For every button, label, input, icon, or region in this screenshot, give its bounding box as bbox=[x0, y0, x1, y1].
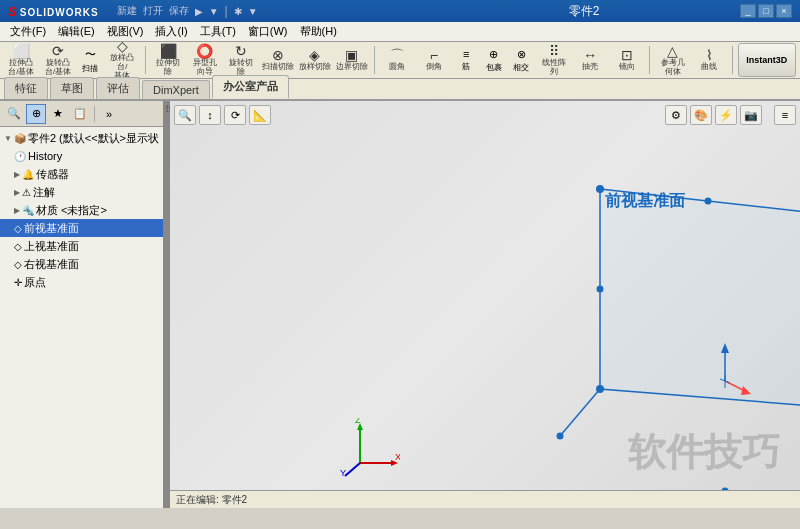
wrap-button[interactable]: ⊕ 包裹 bbox=[481, 44, 507, 76]
revolve-cut-button[interactable]: ↻ 旋转切除 bbox=[224, 44, 259, 76]
shell-button[interactable]: ⊡ 镜向 bbox=[610, 44, 645, 76]
menu-tools[interactable]: 工具(T) bbox=[194, 22, 242, 41]
status-text: 正在编辑: 零件2 bbox=[176, 493, 247, 507]
material-icon: 🔩 bbox=[22, 205, 34, 216]
menu-window[interactable]: 窗口(W) bbox=[242, 22, 294, 41]
fillet-button[interactable]: ⌒ 圆角 bbox=[380, 44, 415, 76]
tree-item-material[interactable]: ▶ 🔩 材质 <未指定> bbox=[0, 201, 163, 219]
extrude-boss-button[interactable]: ⬜ 拉伸凸台/基体 bbox=[4, 44, 39, 76]
svg-marker-0 bbox=[600, 189, 800, 409]
filter-button[interactable]: 🔍 bbox=[4, 104, 24, 124]
loft-cut-button[interactable]: ◈ 放样切除 bbox=[298, 44, 333, 76]
menu-file[interactable]: 文件(F) bbox=[4, 22, 52, 41]
tab-sketch[interactable]: 草图 bbox=[50, 77, 94, 99]
right-plane-icon: ◇ bbox=[14, 259, 22, 270]
titlebar: S SOLIDWORKS 新建 打开 保存 ▶ ▼ | ✱ ▼ 零件2 _ □ … bbox=[0, 0, 800, 22]
menu-edit[interactable]: 编辑(E) bbox=[52, 22, 101, 41]
chamfer-icon: ⌐ bbox=[430, 48, 438, 62]
swept-boss-icon: 〜 bbox=[85, 47, 96, 62]
svg-text:Y: Y bbox=[340, 468, 346, 478]
sidebar-expand-button[interactable]: » bbox=[99, 104, 119, 124]
tab-office[interactable]: 办公室产品 bbox=[212, 75, 289, 99]
sidebar: 🔍 ⊕ ★ 📋 » ▼ 📦 零件2 (默认<<默认>显示状 🕐 History bbox=[0, 101, 165, 508]
tab-evaluate[interactable]: 评估 bbox=[96, 77, 140, 99]
mirror-icon: ↔ bbox=[583, 48, 597, 62]
rib-button[interactable]: ≡ 筋 bbox=[453, 44, 479, 76]
revolve-boss-icon: ⟳ bbox=[52, 44, 64, 58]
close-button[interactable]: × bbox=[776, 4, 792, 18]
top-plane-icon: ◇ bbox=[14, 241, 22, 252]
window-title: 零件2 bbox=[428, 3, 740, 20]
ref-geometry-button[interactable]: △ 参考几何体 bbox=[655, 44, 690, 76]
sidebar-icon-1[interactable]: ⊕ bbox=[26, 104, 46, 124]
origin-icon: ✛ bbox=[14, 277, 22, 288]
svg-point-6 bbox=[705, 198, 712, 205]
app-logo: S SOLIDWORKS bbox=[8, 4, 99, 19]
boundary-cut-icon: ▣ bbox=[345, 48, 358, 62]
tree-item-top-plane[interactable]: ◇ 上视基准面 bbox=[0, 237, 163, 255]
loft-boss-button[interactable]: ◇ 放样凸台/基体 bbox=[105, 44, 140, 76]
svg-line-9 bbox=[560, 389, 600, 436]
rib-icon: ≡ bbox=[463, 48, 469, 60]
svg-line-25 bbox=[345, 463, 360, 476]
svg-point-5 bbox=[597, 286, 604, 293]
tree-item-history[interactable]: 🕐 History bbox=[0, 147, 163, 165]
hole-wizard-button[interactable]: ⭕ 异型孔向导 bbox=[187, 44, 222, 76]
tree-item-right-plane[interactable]: ◇ 右视基准面 bbox=[0, 255, 163, 273]
tab-feature[interactable]: 特征 bbox=[4, 77, 48, 99]
feature-tabs: 特征 草图 评估 DimXpert 办公室产品 bbox=[0, 79, 800, 101]
wrap-icon: ⊕ bbox=[489, 48, 498, 61]
sensors-icon: 🔔 bbox=[22, 169, 34, 180]
sidebar-icon-2[interactable]: ★ bbox=[48, 104, 68, 124]
front-plane-icon: ◇ bbox=[14, 223, 22, 234]
revolve-boss-button[interactable]: ⟳ 旋转凸台/基体 bbox=[41, 44, 76, 76]
curves-button[interactable]: ⌇ 曲线 bbox=[692, 44, 727, 76]
svg-point-1 bbox=[596, 185, 604, 193]
toolbar-separator-1 bbox=[145, 46, 146, 74]
menu-help[interactable]: 帮助(H) bbox=[294, 22, 343, 41]
linear-pattern-button[interactable]: ⠿ 线性阵列 bbox=[536, 44, 571, 76]
toolbar-separator-2 bbox=[374, 46, 375, 74]
loft-boss-icon: ◇ bbox=[117, 39, 128, 53]
tree-item-annotations[interactable]: ▶ ⚠ 注解 bbox=[0, 183, 163, 201]
extrude-cut-icon: ⬛ bbox=[160, 44, 177, 58]
instant3d-button[interactable]: Instant3D bbox=[738, 43, 796, 77]
toolbars: ⬜ 拉伸凸台/基体 ⟳ 旋转凸台/基体 〜 扫描 ◇ 放样凸台/基体 ⬛ 拉伸切… bbox=[0, 42, 800, 79]
hole-wizard-icon: ⭕ bbox=[196, 44, 213, 58]
swept-cut-icon: ⊗ bbox=[272, 48, 284, 62]
viewport[interactable]: 🔍 ↕ ⟳ 📐 ⚙ 🎨 ⚡ 📷 ≡ bbox=[170, 101, 800, 508]
tree-item-origin[interactable]: ✛ 原点 bbox=[0, 273, 163, 291]
toolbar-separator-4 bbox=[732, 46, 733, 74]
mirror-button[interactable]: ↔ 抽壳 bbox=[573, 44, 608, 76]
sidebar-icon-3[interactable]: 📋 bbox=[70, 104, 90, 124]
boundary-cut-button[interactable]: ▣ 边界切除 bbox=[334, 44, 369, 76]
sidebar-sep-1 bbox=[94, 106, 95, 122]
maximize-button[interactable]: □ bbox=[758, 4, 774, 18]
annotations-icon: ⚠ bbox=[22, 187, 31, 198]
menu-insert[interactable]: 插入(I) bbox=[149, 22, 193, 41]
tree-item-front-plane[interactable]: ◇ 前视基准面 bbox=[0, 219, 163, 237]
linear-pattern-icon: ⠿ bbox=[549, 44, 559, 58]
shell-icon: ⊡ bbox=[621, 48, 633, 62]
viewport-background: 🔍 ↕ ⟳ 📐 ⚙ 🎨 ⚡ 📷 ≡ bbox=[170, 101, 800, 508]
chamfer-button[interactable]: ⌐ 倒角 bbox=[417, 44, 452, 76]
toolbar-separator-3 bbox=[649, 46, 650, 74]
fillet-icon: ⌒ bbox=[390, 48, 404, 62]
tree-item-sensors[interactable]: ▶ 🔔 传感器 bbox=[0, 165, 163, 183]
toolbar-row-1: ⬜ 拉伸凸台/基体 ⟳ 旋转凸台/基体 〜 扫描 ◇ 放样凸台/基体 ⬛ 拉伸切… bbox=[0, 42, 800, 78]
sidebar-toolbar: 🔍 ⊕ ★ 📋 » bbox=[0, 101, 163, 127]
swept-boss-button[interactable]: 〜 扫描 bbox=[77, 44, 103, 76]
window-controls[interactable]: _ □ × bbox=[740, 4, 792, 18]
tree-item-part[interactable]: ▼ 📦 零件2 (默认<<默认>显示状 bbox=[0, 129, 163, 147]
extrude-cut-button[interactable]: ⬛ 拉伸切除 bbox=[151, 44, 186, 76]
swept-cut-button[interactable]: ⊗ 扫描切除 bbox=[261, 44, 296, 76]
svg-point-11 bbox=[557, 433, 564, 440]
minimize-button[interactable]: _ bbox=[740, 4, 756, 18]
feature-tree[interactable]: ▼ 📦 零件2 (默认<<默认>显示状 🕐 History ▶ 🔔 传感器 ▶ bbox=[0, 127, 163, 508]
loft-cut-icon: ◈ bbox=[309, 48, 320, 62]
intersect-button[interactable]: ⊗ 相交 bbox=[509, 44, 535, 76]
tab-dimxpert[interactable]: DimXpert bbox=[142, 80, 210, 99]
main-area: 🔍 ⊕ ★ 📋 » ▼ 📦 零件2 (默认<<默认>显示状 🕐 History bbox=[0, 101, 800, 508]
ref-geometry-icon: △ bbox=[667, 44, 678, 58]
intersect-icon: ⊗ bbox=[517, 48, 526, 61]
